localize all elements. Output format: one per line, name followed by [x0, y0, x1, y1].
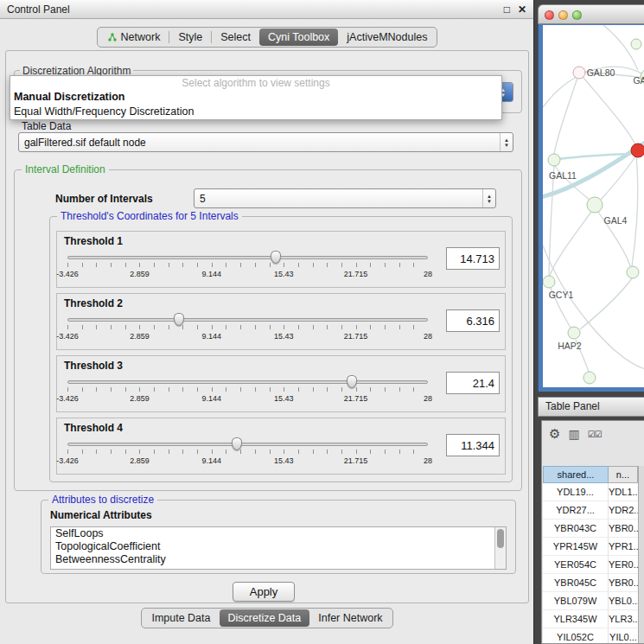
table-row[interactable]: YBL079W YBL0... [543, 592, 638, 610]
bottom-tabs: Impute Data Discretize Data Infer Networ… [141, 608, 392, 628]
slider-thumb[interactable] [347, 375, 357, 388]
dropdown-option-equal-width[interactable]: Equal Width/Frequency Discretization [10, 105, 501, 119]
table-cell: YPR145W [543, 538, 609, 555]
interval-definition-group: Interval Definition Number of Intervals … [14, 169, 522, 491]
threshold-4-value-input[interactable] [446, 434, 500, 456]
tab-select[interactable]: Select [212, 29, 259, 46]
tick-label: 2.859 [130, 332, 150, 341]
table-row[interactable]: YIL052C YIL0... [543, 628, 638, 643]
threshold-label: Threshold 2 [64, 297, 123, 309]
close-icon[interactable]: ✕ [518, 4, 526, 15]
network-node[interactable] [627, 266, 639, 278]
slider-track[interactable] [67, 380, 428, 384]
tick-label: 2.859 [130, 270, 150, 278]
tab-impute-data[interactable]: Impute Data [143, 609, 219, 627]
network-window-titlebar [538, 4, 644, 24]
columns-icon[interactable]: ▥ [568, 427, 579, 441]
table-scrollbar[interactable] [638, 466, 644, 643]
slider-track[interactable] [67, 318, 428, 322]
slider-thumb[interactable] [232, 437, 242, 450]
network-node[interactable] [548, 154, 560, 166]
tab-jactivemodules[interactable]: jActiveMNodules [338, 29, 436, 46]
network-view-window: GAL80GAGAL11GAL4GCY1HAP2 [538, 4, 644, 392]
zoom-button[interactable] [572, 10, 582, 20]
threshold-3-slider[interactable]: -3.426 2.859 9.144 15.43 21.715 28 [64, 373, 431, 411]
network-node[interactable] [587, 197, 603, 213]
threshold-3-value-input[interactable] [446, 372, 500, 394]
table-data-select[interactable]: galFiltered.sif default node ▲ ▼ [18, 132, 513, 152]
threshold-4-slider[interactable]: -3.426 2.859 9.144 15.43 21.715 28 [64, 436, 431, 474]
close-button[interactable] [545, 10, 554, 20]
scrollbar-thumb[interactable] [497, 529, 504, 548]
network-node[interactable] [583, 372, 596, 384]
slider-track[interactable] [67, 256, 428, 259]
threshold-label: Threshold 4 [64, 422, 123, 434]
control-panel-window: Control Panel □ ✕ Network [0, 0, 534, 644]
table-cell: YBL0... [609, 592, 638, 609]
table-row[interactable]: YDR27... YDR2... [543, 501, 638, 520]
select-columns-icon[interactable]: ☑☑ [588, 430, 602, 439]
threshold-4-panel: Threshold 4 -3.426 2.859 9.144 1 [56, 418, 506, 475]
tab-discretize-data[interactable]: Discretize Data [220, 609, 310, 627]
table-row[interactable]: YBR043C YBR0... [543, 520, 638, 538]
network-node-label: GAL80 [587, 67, 615, 78]
slider-thumb[interactable] [174, 313, 184, 326]
network-node[interactable] [573, 67, 585, 79]
tab-label: Impute Data [151, 612, 210, 624]
tab-style[interactable]: Style [169, 29, 211, 46]
network-node[interactable] [543, 276, 555, 288]
tab-infer-network[interactable]: Infer Network [309, 609, 391, 627]
tab-network[interactable]: Network [99, 29, 169, 46]
table-row[interactable]: YBR045C YBR0... [543, 574, 638, 592]
table-cell: YER054C [543, 556, 609, 573]
table-panel-window: ⚙ ▥ ☑☑ shared... n... YDL19... YDL1... Y… [541, 420, 644, 644]
table-row[interactable]: YPR145W YPR1... [543, 538, 638, 556]
minimize-button[interactable] [558, 10, 568, 20]
threshold-2-value-input[interactable] [446, 309, 500, 332]
network-node[interactable] [631, 39, 641, 49]
threshold-1-panel: Threshold 1 -3.426 2.859 9.144 1 [56, 231, 506, 288]
apply-button[interactable]: Apply [233, 582, 295, 602]
tick-label: 28 [424, 456, 432, 465]
tick-label: 21.715 [344, 332, 368, 341]
tick-label: 28 [424, 270, 432, 278]
network-node[interactable] [631, 143, 644, 157]
threshold-1-slider[interactable]: -3.426 2.859 9.144 15.43 21.715 28 [64, 249, 431, 287]
table-panel-titlebar: Table Panel [538, 397, 644, 417]
network-node-label: GAL11 [549, 170, 577, 181]
table-header-row: shared... n... [543, 466, 638, 483]
tab-cyni-toolbox[interactable]: Cyni Toolbox [259, 29, 338, 46]
tick-label: 9.144 [202, 394, 222, 403]
table-row[interactable]: YDL19... YDL1... [543, 483, 638, 501]
threshold-2-slider[interactable]: -3.426 2.859 9.144 15.43 21.715 28 [64, 311, 431, 349]
gear-icon[interactable]: ⚙ [549, 426, 560, 442]
list-item[interactable]: TopologicalCoefficient [51, 540, 506, 553]
threshold-1-value-input[interactable] [446, 247, 500, 270]
threshold-3-panel: Threshold 3 -3.426 2.859 9.144 1 [56, 355, 506, 412]
network-node[interactable] [568, 327, 580, 339]
network-canvas[interactable]: GAL80GAGAL11GAL4GCY1HAP2 [543, 25, 644, 387]
slider-thumb[interactable] [271, 251, 281, 264]
table-row[interactable]: YER054C YER0... [543, 556, 638, 574]
table-cell: YDR2... [609, 501, 638, 519]
slider-track[interactable] [67, 443, 428, 446]
tick-label: 9.144 [202, 270, 222, 278]
tick-label: 9.144 [202, 332, 222, 341]
list-scrollbar[interactable] [494, 527, 506, 569]
tick-label: 21.715 [344, 456, 368, 465]
column-header-name[interactable]: n... [609, 466, 638, 483]
list-item[interactable]: SelfLoops [51, 527, 506, 540]
stepper-icon: ▲ ▼ [482, 189, 495, 207]
column-header-shared-name[interactable]: shared... [543, 466, 609, 483]
dropdown-option-manual-discretization[interactable]: Manual Discretization [10, 90, 501, 105]
float-window-icon[interactable]: □ [504, 4, 510, 15]
algorithm-dropdown: Select algorithm to view settings Manual… [10, 75, 502, 120]
tab-label: Cyni Toolbox [268, 31, 329, 43]
number-of-intervals-select[interactable]: 5 ▲ ▼ [194, 188, 496, 208]
numerical-attributes-list[interactable]: SelfLoops TopologicalCoefficient Between… [50, 526, 507, 570]
tick-label: 21.715 [344, 394, 368, 403]
list-item[interactable]: BetweennessCentrality [51, 553, 506, 566]
table-row[interactable]: YLR345W YLR3... [543, 610, 638, 628]
interval-definition-title: Interval Definition [22, 163, 109, 175]
screen: Control Panel □ ✕ Network [0, 0, 644, 644]
